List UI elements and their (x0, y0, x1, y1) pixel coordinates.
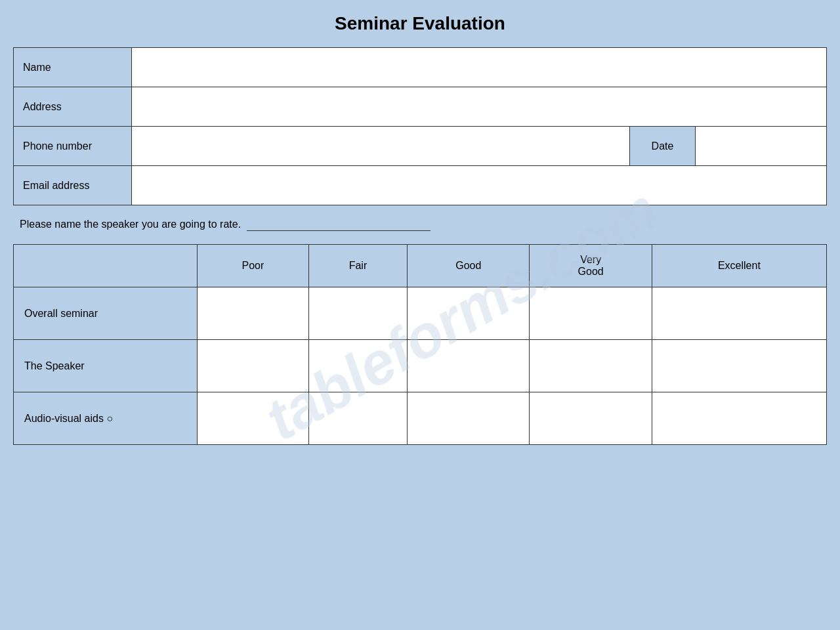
info-table: Name Address Phone number Date Email ad (13, 47, 827, 205)
speaker-good-cell[interactable] (408, 340, 530, 392)
email-row: Email address (14, 166, 827, 205)
email-input-cell[interactable] (132, 166, 827, 205)
rating-table: Poor Fair Good VeryGood Excellent Overal… (13, 244, 827, 445)
audio-good-cell[interactable] (408, 392, 530, 445)
email-input[interactable] (138, 173, 820, 198)
rating-header-excellent: Excellent (652, 245, 826, 287)
speaker-line-text: Please name the speaker you are going to… (20, 219, 241, 230)
overall-excellent-cell[interactable] (652, 287, 826, 340)
audio-fair-cell[interactable] (308, 392, 407, 445)
date-input[interactable] (702, 140, 820, 152)
name-input-cell[interactable] (132, 48, 827, 87)
overall-seminar-row: Overall seminar (14, 287, 827, 340)
speaker-line: Please name the speaker you are going to… (20, 219, 827, 231)
overall-poor-cell[interactable] (198, 287, 309, 340)
rating-header-good: Good (408, 245, 530, 287)
speaker-underline (247, 219, 430, 231)
address-input[interactable] (138, 94, 820, 119)
email-label: Email address (14, 166, 132, 205)
overall-very-good-cell[interactable] (530, 287, 652, 340)
phone-input[interactable] (138, 133, 623, 159)
speaker-very-good-cell[interactable] (530, 340, 652, 392)
speaker-fair-cell[interactable] (308, 340, 407, 392)
audio-visual-row: Audio-visual aids ○ (14, 392, 827, 445)
audio-visual-label: Audio-visual aids ○ (14, 392, 198, 445)
speaker-excellent-cell[interactable] (652, 340, 826, 392)
rating-header-very-good: VeryGood (530, 245, 652, 287)
phone-label: Phone number (14, 127, 132, 166)
overall-good-cell[interactable] (408, 287, 530, 340)
address-label: Address (14, 87, 132, 127)
name-input[interactable] (138, 54, 820, 80)
audio-excellent-cell[interactable] (652, 392, 826, 445)
date-input-cell[interactable] (696, 127, 827, 166)
rating-header-poor: Poor (198, 245, 309, 287)
overall-seminar-label: Overall seminar (14, 287, 198, 340)
overall-fair-cell[interactable] (308, 287, 407, 340)
speaker-poor-cell[interactable] (198, 340, 309, 392)
rating-header-fair: Fair (308, 245, 407, 287)
audio-poor-cell[interactable] (198, 392, 309, 445)
phone-input-cell[interactable] (132, 127, 630, 166)
address-input-cell[interactable] (132, 87, 827, 127)
speaker-label: The Speaker (14, 340, 198, 392)
date-label: Date (630, 127, 696, 166)
name-label: Name (14, 48, 132, 87)
address-row: Address (14, 87, 827, 127)
name-row: Name (14, 48, 827, 87)
speaker-row: The Speaker (14, 340, 827, 392)
rating-header-empty (14, 245, 198, 287)
rating-header-row: Poor Fair Good VeryGood Excellent (14, 245, 827, 287)
audio-very-good-cell[interactable] (530, 392, 652, 445)
page-title: Seminar Evaluation (13, 13, 827, 34)
phone-row: Phone number Date (14, 127, 827, 166)
